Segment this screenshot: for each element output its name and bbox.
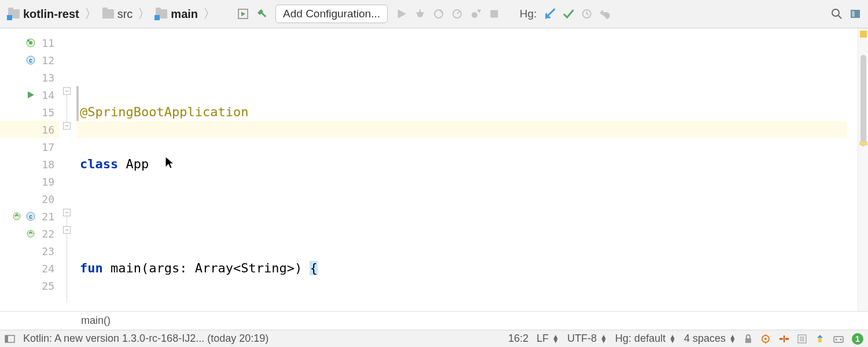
vcs-commit-icon[interactable] [560, 6, 576, 22]
svg-rect-2 [261, 12, 266, 17]
error-stripe[interactable] [858, 28, 868, 311]
scrollbar-thumb[interactable] [860, 55, 866, 146]
module-folder-icon [8, 9, 20, 19]
folder-icon [102, 9, 114, 19]
override-icon[interactable] [12, 211, 22, 222]
breadcrumb-src[interactable]: src [99, 6, 137, 23]
indent-widget[interactable]: 4 spaces▲▼ [684, 333, 736, 345]
profile-icon[interactable] [449, 6, 465, 22]
line-gutter[interactable]: 11 c12 13 14 15 16 17 18 19 20 c21 22 23… [0, 28, 59, 311]
breadcrumb-separator: 〉 [203, 5, 216, 23]
svg-marker-24 [28, 91, 34, 98]
ide-errors-icon[interactable] [833, 334, 844, 344]
run-configuration-dropdown[interactable]: Add Configuration... [275, 5, 388, 23]
encoding-widget[interactable]: UTF-8▲▼ [567, 333, 607, 345]
breadcrumb-main[interactable]: main [152, 6, 201, 23]
folding-column[interactable]: − − − − [59, 28, 76, 311]
navigation-breadcrumb: kotlin-rest 〉 src 〉 main 〉 [5, 5, 216, 23]
line-number: 15 [39, 106, 54, 119]
line-number: 14 [39, 89, 54, 101]
svg-point-15 [832, 9, 839, 16]
svg-line-6 [416, 13, 418, 13]
line-number: 17 [39, 141, 54, 153]
svg-rect-31 [745, 338, 751, 343]
svg-line-10 [457, 12, 459, 14]
fold-toggle[interactable]: − [63, 87, 71, 95]
spring-bean-icon[interactable] [25, 38, 36, 48]
vcs-revert-icon[interactable] [597, 6, 613, 22]
svg-rect-13 [491, 10, 498, 17]
updown-icon: ▲▼ [729, 335, 736, 343]
line-number: 23 [39, 245, 54, 257]
class-icon[interactable]: c [25, 55, 36, 65]
search-everywhere-icon[interactable] [829, 6, 845, 22]
svg-line-7 [422, 13, 424, 13]
project-structure-icon[interactable] [847, 6, 863, 22]
stop-icon[interactable] [486, 6, 502, 22]
run-configuration-label: Add Configuration... [283, 8, 380, 20]
fold-toggle[interactable]: − [63, 209, 71, 216]
breadcrumb-separator: 〉 [137, 5, 151, 23]
updown-icon: ▲▼ [669, 335, 676, 343]
line-number: 21 [39, 211, 54, 223]
code-area[interactable]: @SpringBootApplication class App fun mai… [76, 28, 858, 311]
event-log-badge[interactable]: 1 [852, 333, 863, 345]
fold-toggle[interactable]: − [63, 226, 71, 234]
svg-text:c: c [29, 57, 32, 64]
override-icon[interactable] [25, 228, 36, 239]
warning-marker[interactable] [860, 31, 867, 38]
svg-point-21 [27, 39, 30, 42]
line-number: 12 [39, 54, 54, 67]
svg-point-45 [836, 338, 837, 340]
line-separator-widget[interactable]: LF▲▼ [536, 333, 559, 345]
vcs-branch-widget[interactable]: Hg: default▲▼ [615, 333, 676, 345]
breadcrumb-label: src [117, 8, 133, 21]
line-number: 24 [39, 263, 54, 275]
vcs-history-icon[interactable] [579, 6, 595, 22]
memory-indicator-icon[interactable] [760, 334, 771, 344]
svg-point-46 [840, 338, 842, 340]
line-number: 20 [39, 193, 54, 205]
updown-icon: ▲▼ [600, 335, 607, 343]
status-message[interactable]: Kotlin: A new version 1.3.0-rc-168-IJ2..… [23, 333, 269, 345]
line-number: 13 [39, 72, 54, 84]
line-number: 18 [39, 158, 54, 171]
svg-point-4 [417, 12, 423, 17]
todo-widget-icon[interactable] [797, 334, 807, 344]
run-gutter-icon[interactable] [25, 90, 36, 100]
run-icon[interactable] [393, 6, 410, 22]
svg-marker-1 [241, 12, 245, 16]
updown-icon: ▲▼ [552, 335, 559, 343]
run-last-icon[interactable] [235, 6, 251, 22]
svg-marker-3 [398, 10, 406, 18]
vcs-update-icon[interactable] [542, 6, 558, 22]
read-only-lock-icon[interactable] [744, 334, 752, 344]
status-bar: Kotlin: A new version 1.3.0-rc-168-IJ2..… [0, 330, 868, 347]
structure-breadcrumb-item[interactable]: main() [81, 315, 111, 327]
build-hammer-icon[interactable] [253, 6, 270, 22]
svg-point-33 [764, 338, 767, 340]
fold-toggle[interactable]: − [63, 122, 71, 130]
code-text: @SpringBootApplication [80, 105, 248, 119]
warning-marker[interactable] [859, 142, 867, 145]
structure-breadcrumb[interactable]: main() [0, 311, 868, 330]
cursor-position[interactable]: 16:2 [508, 333, 528, 345]
attach-debugger-icon[interactable] [468, 6, 484, 22]
coverage-icon[interactable] [431, 6, 447, 22]
inspection-widget-icon[interactable] [779, 335, 789, 343]
source-folder-icon [156, 9, 167, 19]
breadcrumb-project[interactable]: kotlin-rest [5, 6, 83, 23]
editor: 11 c12 13 14 15 16 17 18 19 20 c21 22 23… [0, 28, 868, 311]
tool-window-toggle-icon[interactable] [5, 335, 15, 343]
breadcrumb-label: kotlin-rest [23, 8, 79, 21]
svg-point-11 [472, 12, 477, 18]
line-number: 25 [39, 280, 54, 292]
breadcrumb-label: main [171, 8, 198, 21]
class-icon[interactable]: c [25, 211, 36, 222]
debug-icon[interactable] [412, 6, 428, 22]
sync-icon[interactable] [815, 334, 825, 344]
line-number: 16 [39, 124, 54, 136]
line-number: 11 [39, 37, 54, 49]
svg-rect-43 [818, 338, 822, 342]
svg-rect-44 [834, 337, 843, 342]
